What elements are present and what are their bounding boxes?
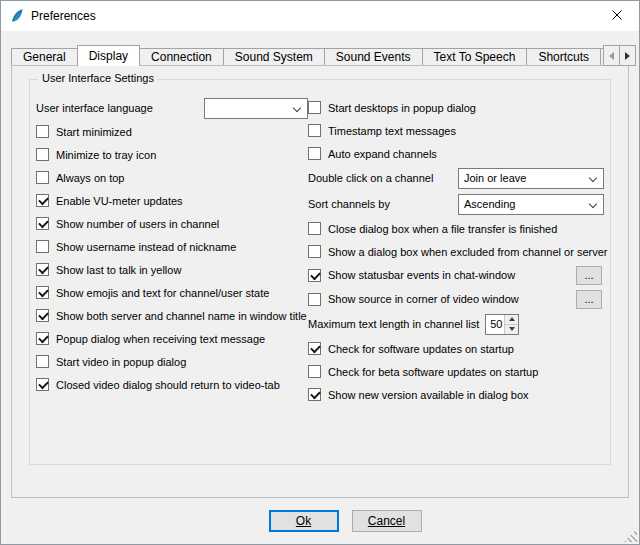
video-source-more-button[interactable]: ...: [576, 290, 602, 309]
checkbox[interactable]: [36, 125, 49, 138]
title-bar[interactable]: Preferences: [1, 1, 639, 31]
checkbox[interactable]: [36, 194, 49, 207]
spin-down-button[interactable]: [505, 324, 518, 334]
checkbox[interactable]: [36, 332, 49, 345]
checkbox[interactable]: [36, 355, 49, 368]
checkbox[interactable]: [36, 378, 49, 391]
max-text-length-spinbox[interactable]: 50: [485, 314, 519, 335]
checkbox[interactable]: [308, 101, 321, 114]
language-row: User interface language: [36, 96, 308, 120]
tab-sound-system[interactable]: Sound System: [223, 48, 325, 65]
check-beta-updates[interactable]: Check for beta software updates on start…: [308, 360, 604, 383]
check-timestamp-messages[interactable]: Timestamp text messages: [308, 119, 604, 142]
check-desktops-popup[interactable]: Start desktops in popup dialog: [308, 96, 604, 119]
tab-shortcuts[interactable]: Shortcuts: [526, 48, 601, 65]
tab-sound-events[interactable]: Sound Events: [324, 48, 423, 65]
language-label: User interface language: [36, 102, 204, 114]
chevron-down-icon: [293, 103, 301, 111]
checkbox[interactable]: [308, 124, 321, 137]
cancel-button[interactable]: Cancel: [352, 510, 422, 532]
tab-content-pane: User Interface Settings User interface l…: [11, 65, 629, 498]
check-last-talk-yellow[interactable]: Show last to talk in yellow: [36, 258, 308, 281]
tab-text-to-speech[interactable]: Text To Speech: [422, 48, 528, 65]
tab-display[interactable]: Display: [77, 45, 140, 66]
tab-scroll-control: [604, 45, 636, 66]
check-video-source-corner[interactable]: Show source in corner of video window ..…: [308, 287, 604, 311]
ok-button[interactable]: Ok: [269, 510, 339, 532]
checkbox[interactable]: [36, 240, 49, 253]
checkbox[interactable]: [308, 365, 321, 378]
check-closed-video-return[interactable]: Closed video dialog should return to vid…: [36, 373, 308, 396]
checkbox[interactable]: [36, 148, 49, 161]
checkbox-label: Start minimized: [56, 126, 132, 138]
checkbox-label: Show username instead of nickname: [56, 241, 236, 253]
checkbox[interactable]: [308, 388, 321, 401]
chevron-down-icon: [589, 199, 597, 207]
tab-scroll-left-button[interactable]: [603, 45, 620, 66]
checkbox-label: Auto expand channels: [328, 148, 437, 160]
right-arrow-icon: [625, 52, 630, 60]
checkbox-label: Show last to talk in yellow: [56, 264, 181, 276]
more-button-label: ...: [584, 269, 593, 281]
tab-connection[interactable]: Connection: [139, 48, 224, 65]
check-vu-meter-updates[interactable]: Enable VU-meter updates: [36, 189, 308, 212]
tab-label: Connection: [151, 50, 212, 64]
check-popup-text-message[interactable]: Popup dialog when receiving text message: [36, 327, 308, 350]
checkbox-label: Check for software updates on startup: [328, 343, 514, 355]
check-minimize-to-tray[interactable]: Minimize to tray icon: [36, 143, 308, 166]
check-software-updates[interactable]: Check for software updates on startup: [308, 337, 604, 360]
language-combobox[interactable]: [204, 98, 308, 119]
checkbox[interactable]: [36, 171, 49, 184]
check-emojis-text-state[interactable]: Show emojis and text for channel/user st…: [36, 281, 308, 304]
checkbox-label: Always on top: [56, 172, 124, 184]
tab-scroll-right-button[interactable]: [619, 45, 636, 66]
check-close-on-file-transfer[interactable]: Close dialog box when a file transfer is…: [308, 217, 604, 240]
checkbox[interactable]: [308, 147, 321, 160]
check-new-version-dialog[interactable]: Show new version available in dialog box: [308, 383, 604, 406]
checkbox-label: Show source in corner of video window: [328, 293, 519, 305]
checkbox-label: Timestamp text messages: [328, 125, 456, 137]
checkbox[interactable]: [308, 293, 321, 306]
down-arrow-icon: [509, 327, 515, 331]
check-statusbar-events[interactable]: Show statusbar events in chat-window ...: [308, 263, 604, 287]
tab-label: Display: [89, 49, 128, 63]
tab-label: General: [23, 50, 66, 64]
check-show-user-count[interactable]: Show number of users in channel: [36, 212, 308, 235]
check-video-popup[interactable]: Start video in popup dialog: [36, 350, 308, 373]
tab-general[interactable]: General: [11, 48, 78, 65]
app-icon: [9, 8, 25, 24]
chevron-down-icon: [589, 173, 597, 181]
spinbox-value: 50: [486, 315, 504, 334]
checkbox[interactable]: [308, 245, 321, 258]
checkbox-label: Closed video dialog should return to vid…: [56, 379, 280, 391]
checkbox[interactable]: [308, 222, 321, 235]
checkbox[interactable]: [308, 342, 321, 355]
check-dialog-when-excluded[interactable]: Show a dialog box when excluded from cha…: [308, 240, 604, 263]
checkbox[interactable]: [36, 286, 49, 299]
check-start-minimized[interactable]: Start minimized: [36, 120, 308, 143]
max-text-length-row: Maximum text length in channel list 50: [308, 311, 604, 337]
double-click-combobox[interactable]: Join or leave: [458, 168, 604, 189]
double-click-row: Double click on a channel Join or leave: [308, 165, 604, 191]
left-column: User interface language Start minimized …: [36, 96, 308, 406]
checkbox[interactable]: [36, 309, 49, 322]
statusbar-events-more-button[interactable]: ...: [576, 266, 602, 285]
tab-label: Sound Events: [336, 50, 411, 64]
sort-channels-combobox[interactable]: Ascending: [458, 194, 604, 215]
checkbox-label: Enable VU-meter updates: [56, 195, 183, 207]
checkbox-label: Check for beta software updates on start…: [328, 366, 538, 378]
check-username-instead-nickname[interactable]: Show username instead of nickname: [36, 235, 308, 258]
check-auto-expand-channels[interactable]: Auto expand channels: [308, 142, 604, 165]
sort-channels-row: Sort channels by Ascending: [308, 191, 604, 217]
spin-up-button[interactable]: [505, 315, 518, 324]
checkbox[interactable]: [36, 217, 49, 230]
check-server-channel-title[interactable]: Show both server and channel name in win…: [36, 304, 308, 327]
checkbox[interactable]: [308, 269, 321, 282]
window-title: Preferences: [31, 9, 96, 23]
close-button[interactable]: [594, 1, 639, 30]
checkbox[interactable]: [36, 263, 49, 276]
user-interface-settings-group: User Interface Settings User interface l…: [29, 79, 611, 465]
checkbox-label: Minimize to tray icon: [56, 149, 156, 161]
cancel-button-label: Cancel: [368, 514, 405, 528]
check-always-on-top[interactable]: Always on top: [36, 166, 308, 189]
